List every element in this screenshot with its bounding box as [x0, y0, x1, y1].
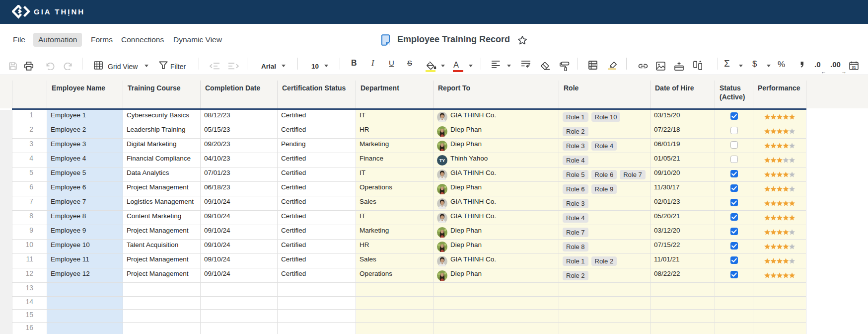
- svg-text:31: 31: [852, 65, 856, 70]
- svg-text:TY: TY: [439, 158, 445, 163]
